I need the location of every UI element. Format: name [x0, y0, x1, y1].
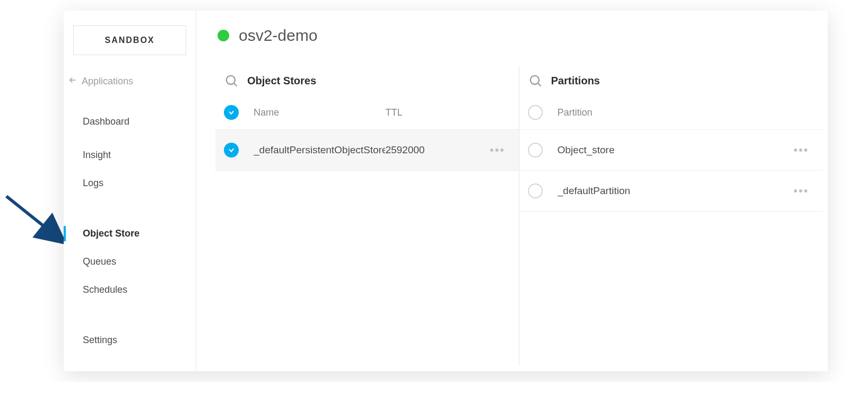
object-stores-title: Object Stores	[247, 75, 316, 87]
row-select-toggle[interactable]	[224, 143, 254, 158]
pointer-arrow-annotation	[2, 191, 71, 255]
more-actions-icon[interactable]: •••	[793, 143, 809, 157]
nav-section-settings: Settings	[64, 321, 196, 354]
main-content: osv2-demo Object Stores Name	[196, 11, 828, 371]
object-store-row[interactable]: _defaultPersistentObjectStore 2592000 ••…	[215, 130, 519, 171]
partitions-title: Partitions	[551, 75, 600, 87]
partitions-panel: Partitions Partition Object_store •••	[519, 66, 823, 366]
sidebar-item-object-store[interactable]: Object Store	[64, 220, 196, 248]
select-all-toggle[interactable]	[224, 105, 254, 120]
object-stores-header: Object Stores	[215, 66, 519, 95]
nav-section-monitor: Insight Logs	[64, 136, 196, 197]
svg-line-0	[6, 196, 65, 243]
page-title: osv2-demo	[239, 27, 317, 45]
back-link-label: Applications	[82, 76, 133, 87]
column-ttl[interactable]: TTL	[385, 107, 487, 118]
nav-section-storage: Object Store Queues Schedules	[64, 214, 196, 304]
app-window: SANDBOX Applications Dashboard Insight L…	[64, 11, 828, 371]
search-icon[interactable]	[528, 73, 543, 88]
radio-checked-icon	[224, 105, 239, 120]
svg-point-1	[227, 76, 235, 84]
sidebar-item-logs[interactable]: Logs	[64, 169, 196, 197]
select-all-toggle[interactable]	[528, 105, 558, 120]
row-select-toggle[interactable]	[528, 143, 558, 158]
sidebar-item-schedules[interactable]: Schedules	[64, 276, 196, 304]
partition-row[interactable]: Object_store •••	[519, 130, 823, 171]
sidebar-item-insight[interactable]: Insight	[64, 141, 196, 169]
sidebar-item-queues[interactable]: Queues	[64, 248, 196, 276]
object-stores-panel: Object Stores Name TTL	[215, 66, 519, 366]
sidebar-item-dashboard[interactable]: Dashboard	[64, 108, 196, 136]
sidebar: SANDBOX Applications Dashboard Insight L…	[64, 11, 196, 371]
search-icon[interactable]	[224, 73, 239, 88]
back-to-applications-link[interactable]: Applications	[64, 71, 196, 102]
svg-point-3	[530, 76, 539, 84]
svg-line-2	[234, 83, 237, 86]
more-actions-icon[interactable]: •••	[490, 143, 505, 157]
more-actions-icon[interactable]: •••	[793, 184, 809, 198]
partitions-columns: Partition	[519, 95, 823, 130]
partition-row[interactable]: _defaultPartition •••	[519, 171, 823, 212]
status-indicator-icon	[218, 30, 229, 41]
radio-unchecked-icon	[528, 183, 543, 198]
nav-section-main: Dashboard	[64, 102, 196, 136]
environment-badge[interactable]: SANDBOX	[73, 25, 186, 55]
svg-line-4	[538, 83, 541, 86]
column-partition[interactable]: Partition	[558, 107, 791, 118]
radio-checked-icon	[224, 143, 239, 158]
page-header: osv2-demo	[196, 11, 828, 66]
radio-unchecked-icon	[528, 105, 543, 120]
sidebar-item-settings[interactable]: Settings	[64, 326, 196, 354]
column-name[interactable]: Name	[254, 107, 385, 118]
object-store-name: _defaultPersistentObjectStore	[254, 144, 385, 156]
partitions-header: Partitions	[519, 66, 823, 95]
partition-name: _defaultPartition	[558, 185, 791, 197]
object-store-ttl: 2592000	[385, 144, 487, 156]
row-select-toggle[interactable]	[528, 183, 558, 198]
radio-unchecked-icon	[528, 143, 543, 158]
panels-row: Object Stores Name TTL	[196, 66, 828, 371]
object-stores-columns: Name TTL	[215, 95, 519, 130]
partition-name: Object_store	[558, 144, 791, 156]
arrow-left-icon	[68, 75, 77, 88]
